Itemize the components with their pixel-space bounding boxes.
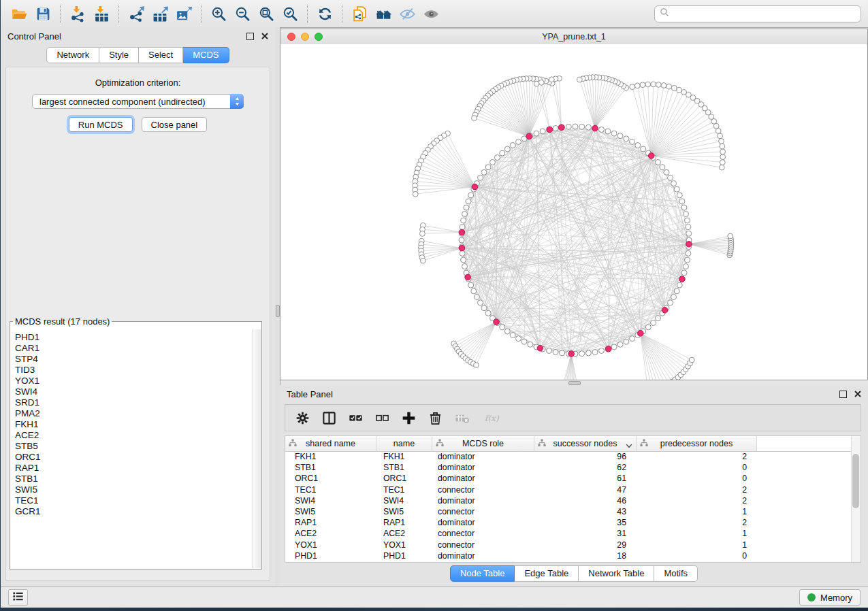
table-scrollbar[interactable]: [851, 436, 861, 562]
tab-network[interactable]: Network: [46, 47, 99, 63]
result-list-scrollbar[interactable]: [252, 329, 261, 568]
refresh-view-button[interactable]: [313, 3, 337, 24]
zoom-in-button[interactable]: [207, 3, 231, 24]
select-all-columns-button[interactable]: [347, 409, 364, 427]
table-cell: ORC1: [376, 473, 432, 484]
table-cell: 29: [534, 540, 637, 550]
tab-style[interactable]: Style: [99, 47, 139, 63]
open-session-button[interactable]: [7, 3, 31, 24]
mcds-result-item[interactable]: PMA2: [15, 408, 253, 419]
table-panel-tabs: Node TableEdge TableNetwork TableMotifs: [280, 565, 868, 582]
export-network-button[interactable]: [125, 3, 148, 24]
unselect-all-columns-button[interactable]: [373, 409, 391, 427]
column-header-shared-name[interactable]: shared name: [285, 436, 376, 451]
table-cell: 2: [637, 517, 757, 528]
tab-edge-table[interactable]: Edge Table: [515, 565, 579, 582]
import-network-button[interactable]: [66, 3, 90, 24]
export-table-button[interactable]: [148, 3, 172, 24]
table-row[interactable]: SWI4SWI4dominator462: [285, 495, 861, 506]
save-session-button[interactable]: [31, 3, 55, 24]
maximize-window-icon[interactable]: [315, 33, 323, 41]
delete-table-button: [453, 409, 470, 427]
memory-button[interactable]: Memory: [799, 589, 861, 606]
table-row[interactable]: STB1STB1dominator620: [285, 462, 861, 473]
zoom-out-button[interactable]: [231, 3, 255, 24]
table-cell: 35: [534, 517, 637, 528]
table-row[interactable]: RAP1RAP1dominator352: [285, 517, 861, 528]
mcds-result-item[interactable]: FKH1: [15, 419, 253, 430]
minimize-window-icon[interactable]: [301, 33, 309, 41]
network-graph-svg[interactable]: [280, 44, 867, 380]
export-image-button[interactable]: [172, 3, 196, 24]
import-table-button[interactable]: [90, 3, 114, 24]
tab-network-table[interactable]: Network Table: [579, 565, 654, 582]
table-settings-button[interactable]: [293, 409, 311, 427]
column-header-name[interactable]: name: [376, 436, 432, 451]
table-row[interactable]: ACE2ACE2connector311: [285, 528, 861, 539]
mcds-result-item[interactable]: TID3: [15, 365, 253, 376]
mcds-result-item[interactable]: PHD1: [15, 332, 253, 343]
table-cell: 43: [534, 506, 637, 517]
table-row[interactable]: FKH1FKH1dominator962: [285, 451, 861, 462]
run-mcds-button[interactable]: Run MCDS: [69, 117, 133, 132]
horizontal-splitter[interactable]: [280, 380, 868, 385]
tab-select[interactable]: Select: [139, 47, 183, 63]
mcds-result-item[interactable]: STP4: [15, 354, 253, 365]
chevron-down-icon[interactable]: [626, 441, 632, 450]
column-header-predecessor-nodes[interactable]: predecessor nodes: [637, 436, 757, 451]
table-row[interactable]: ORC1ORC1dominator610: [285, 473, 861, 484]
mcds-result-item[interactable]: ACE2: [15, 430, 253, 441]
show-all-button[interactable]: [419, 3, 443, 24]
mcds-result-item[interactable]: ORC1: [15, 452, 253, 463]
close-panel-icon[interactable]: [854, 391, 861, 397]
tab-mcds[interactable]: MCDS: [183, 47, 229, 63]
delete-columns-button[interactable]: [426, 409, 444, 427]
column-header-mcds-role[interactable]: MCDS role: [432, 436, 534, 451]
table-scrollbar-thumb[interactable]: [852, 454, 859, 508]
show-panels-button[interactable]: [8, 589, 28, 606]
mcds-result-item[interactable]: TEC1: [15, 495, 253, 506]
optimization-criterion-select[interactable]: largest connected component (undirected): [32, 94, 244, 109]
mcds-result-item[interactable]: SRD1: [15, 397, 253, 408]
first-neighbors-button[interactable]: [372, 3, 396, 24]
mcds-result-item[interactable]: STB1: [15, 474, 253, 484]
mcds-result-item[interactable]: STB5: [15, 441, 253, 452]
column-header-successor-nodes[interactable]: successor nodes: [534, 436, 637, 451]
table-cell: 1: [637, 506, 757, 517]
table-row[interactable]: YOX1YOX1connector291: [285, 540, 861, 550]
float-panel-icon[interactable]: [246, 33, 254, 40]
tab-motifs[interactable]: Motifs: [654, 565, 698, 582]
table-row[interactable]: SWI5SWI5connector431: [285, 506, 861, 517]
show-columns-button[interactable]: [320, 409, 338, 427]
table-row[interactable]: TEC1TEC1connector472: [285, 484, 861, 495]
close-panel-button[interactable]: Close panel: [142, 117, 208, 132]
table-cell: YOX1: [376, 540, 432, 550]
mcds-result-item[interactable]: YOX1: [15, 376, 253, 386]
table-cell: ORC1: [285, 473, 376, 484]
zoom-selected-button[interactable]: [278, 3, 302, 24]
table-cell: connector: [432, 506, 534, 517]
create-column-button[interactable]: [400, 409, 417, 427]
table-row[interactable]: PHD1PHD1dominator180: [285, 550, 861, 561]
network-graph[interactable]: [280, 44, 867, 380]
houses-icon: [375, 5, 392, 22]
mcds-result-item[interactable]: SWI5: [15, 484, 253, 495]
close-panel-icon[interactable]: [261, 33, 268, 39]
mcds-result-item[interactable]: CAR1: [15, 343, 253, 354]
mcds-result-item[interactable]: SWI4: [15, 386, 253, 397]
column-header-label: MCDS role: [462, 439, 504, 448]
zoom-fit-button[interactable]: [255, 3, 278, 24]
tab-node-table[interactable]: Node Table: [450, 565, 515, 582]
table-cell: dominator: [432, 462, 534, 473]
close-window-icon[interactable]: [287, 33, 295, 41]
table-cell: SWI4: [285, 495, 376, 506]
float-panel-icon[interactable]: [839, 391, 847, 398]
control-panel-header: Control Panel: [1, 27, 275, 45]
mcds-result-item[interactable]: RAP1: [15, 463, 253, 474]
network-window-titlebar: YPA_prune.txt_1: [280, 29, 867, 45]
search-input[interactable]: [673, 8, 856, 20]
clone-network-button[interactable]: [348, 3, 372, 24]
table-cell: 2: [637, 495, 757, 506]
hide-selected-button[interactable]: [396, 3, 419, 24]
mcds-result-item[interactable]: GCR1: [15, 506, 253, 517]
